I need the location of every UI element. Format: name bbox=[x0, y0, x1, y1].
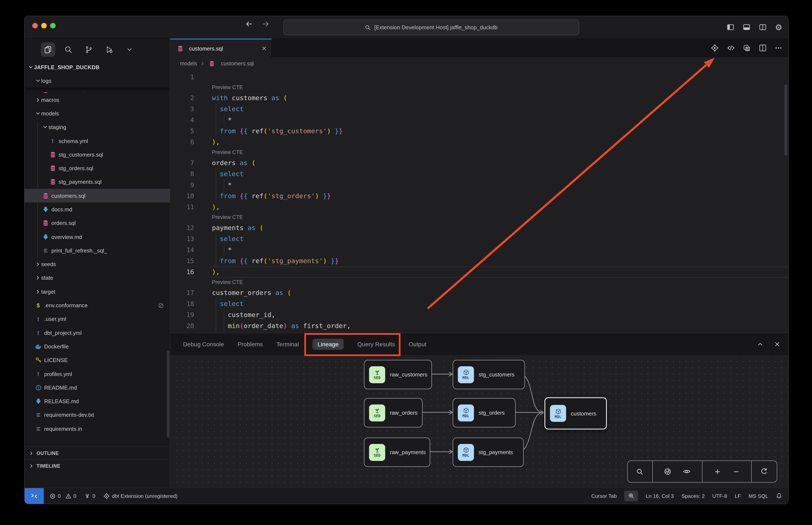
lineage-node-stg-payments[interactable]: MDLstg_payments bbox=[453, 438, 523, 467]
lineage-refresh-icon[interactable] bbox=[761, 468, 768, 475]
tree-item-query-log-sql[interactable]: query_log.sql bbox=[25, 88, 170, 93]
tree-item-stg-payments-sql[interactable]: stg_payments.sql bbox=[25, 175, 170, 189]
panel-tab-lineage[interactable]: Lineage bbox=[312, 339, 344, 350]
zoom-indicator[interactable] bbox=[624, 491, 638, 501]
lineage-search-icon[interactable] bbox=[636, 468, 644, 475]
split-layout-icon[interactable] bbox=[759, 23, 767, 31]
lineage-node-raw-payments[interactable]: SEDraw_payments bbox=[364, 438, 430, 467]
toggle-sidebar-icon[interactable] bbox=[727, 23, 734, 31]
code-line-9[interactable]: 9 * bbox=[170, 180, 788, 191]
code-line-12[interactable]: 12payments as ( bbox=[170, 222, 788, 234]
code-line-2[interactable]: 2with customers as ( bbox=[170, 92, 788, 104]
code-line-6[interactable]: 6), bbox=[170, 137, 788, 148]
tree-item-dbt-project-yml[interactable]: !dbt_project.yml bbox=[25, 326, 170, 340]
codelens-preview-cte[interactable]: Preview CTE bbox=[170, 148, 788, 158]
split-editor-icon[interactable] bbox=[759, 44, 767, 52]
code-line-10[interactable]: 10 from {{ ref('stg_orders') }} bbox=[170, 191, 788, 201]
panel-tab-problems[interactable]: Problems bbox=[238, 341, 263, 348]
code-line-5[interactable]: 5 from {{ ref('stg_customers') }} bbox=[170, 126, 788, 137]
lineage-node-raw-orders[interactable]: SEDraw_orders bbox=[364, 398, 423, 427]
line-col-status[interactable]: Ln 16, Col 3 bbox=[646, 493, 674, 499]
code-line-1[interactable]: 1 bbox=[170, 72, 788, 83]
tree-item-customers-sql[interactable]: customers.sql bbox=[25, 189, 170, 202]
lineage-node-stg-customers[interactable]: MDLstg_customers bbox=[453, 360, 525, 389]
code-line-15[interactable]: 15 from {{ ref('stg_payments') }} bbox=[170, 255, 788, 267]
zoom-window-button[interactable] bbox=[50, 23, 56, 28]
more-actions-icon[interactable] bbox=[774, 44, 782, 52]
tab-customers-sql[interactable]: customers.sql bbox=[170, 39, 272, 57]
code-line-16[interactable]: 16), bbox=[170, 267, 788, 278]
toggle-panel-icon[interactable] bbox=[743, 23, 750, 31]
cursor-tab-status[interactable]: Cursor Tab bbox=[591, 493, 617, 499]
code-line-19[interactable]: 19 customer_id, bbox=[170, 310, 788, 320]
tree-item-stg-orders-sql[interactable]: stg_orders.sql bbox=[25, 162, 170, 175]
code-line-13[interactable]: 13 select bbox=[170, 234, 788, 244]
back-arrow-icon[interactable] bbox=[246, 20, 253, 28]
breadcrumb-folder[interactable]: models bbox=[180, 61, 197, 66]
lineage-node-customers[interactable]: MDLcustomers bbox=[544, 397, 607, 430]
indentation-status[interactable]: Spaces: 2 bbox=[681, 493, 705, 499]
language-mode-status[interactable]: MS SQL bbox=[749, 493, 768, 499]
panel-tab-debug-console[interactable]: Debug Console bbox=[183, 341, 224, 348]
tree-item-state[interactable]: state bbox=[25, 271, 170, 285]
compiled-code-icon[interactable] bbox=[727, 44, 735, 52]
tree-item-target[interactable]: target bbox=[25, 285, 170, 299]
lineage-zoom-in-icon[interactable] bbox=[714, 468, 721, 475]
panel-tab-terminal[interactable]: Terminal bbox=[276, 341, 299, 348]
close-window-button[interactable] bbox=[32, 23, 38, 28]
codelens-preview-cte[interactable]: Preview CTE bbox=[170, 83, 788, 92]
minimize-window-button[interactable] bbox=[41, 23, 47, 28]
encoding-status[interactable]: UTF-8 bbox=[712, 493, 727, 499]
lineage-zoom-out-icon[interactable] bbox=[733, 468, 740, 475]
tree-item-requirements-txt[interactable]: requirements.txt bbox=[25, 436, 170, 438]
code-line-8[interactable]: 8 select bbox=[170, 168, 788, 180]
lineage-node-stg-orders[interactable]: MDLstg_orders bbox=[453, 398, 516, 427]
tree-item-seeds[interactable]: seeds bbox=[25, 257, 170, 271]
remote-indicator[interactable] bbox=[25, 488, 44, 504]
tree-item-overview-md[interactable]: overview.md bbox=[25, 230, 170, 244]
tree-item-docs-md[interactable]: docs.md bbox=[25, 202, 170, 216]
forward-arrow-icon[interactable] bbox=[262, 20, 269, 28]
panel-close-icon[interactable] bbox=[774, 341, 781, 348]
tree-item-models[interactable]: models bbox=[25, 107, 170, 121]
breadcrumb[interactable]: models customers.sql bbox=[170, 57, 788, 70]
problems-status[interactable]: 0 0 bbox=[50, 493, 76, 499]
code-line-14[interactable]: 14 * bbox=[170, 244, 788, 255]
tree-item-license[interactable]: LICENSE bbox=[25, 353, 170, 367]
ports-status[interactable]: 0 bbox=[84, 493, 95, 499]
run-debug-icon[interactable] bbox=[102, 42, 116, 57]
lineage-aperture-icon[interactable] bbox=[664, 468, 671, 475]
settings-gear-icon[interactable]: ⚙ bbox=[775, 23, 782, 31]
code-line-4[interactable]: 4 * bbox=[170, 115, 788, 126]
lineage-node-raw-customers[interactable]: SEDraw_customers bbox=[364, 360, 432, 389]
tree-item-requirements-dev-txt[interactable]: requirements-dev.txt bbox=[25, 408, 170, 422]
code-line-20[interactable]: 20 min(order_date) as first_order, bbox=[170, 320, 788, 331]
project-root-row[interactable]: JAFFLE_SHOP_DUCKDB bbox=[25, 61, 170, 74]
codelens-preview-cte[interactable]: Preview CTE bbox=[170, 278, 788, 287]
codelens-preview-cte[interactable]: Preview CTE bbox=[170, 213, 788, 222]
dbt-extension-status[interactable]: dbt Extension (unregistered) bbox=[103, 493, 178, 499]
tree-item-env-conformance[interactable]: $.env.conformance bbox=[25, 299, 170, 312]
lineage-canvas[interactable]: SEDraw_customersMDLstg_customersSEDraw_o… bbox=[170, 355, 788, 487]
panel-tab-output[interactable]: Output bbox=[409, 341, 426, 348]
tree-item-macros[interactable]: macros bbox=[25, 93, 170, 107]
editor-scrollbar[interactable] bbox=[784, 85, 787, 156]
code-editor[interactable]: 1Preview CTE2with customers as (3 select… bbox=[170, 70, 788, 333]
tree-item-release-md[interactable]: RELEASE.md bbox=[25, 394, 170, 408]
explorer-files-icon[interactable] bbox=[41, 42, 55, 57]
notifications-bell-icon[interactable] bbox=[776, 493, 782, 499]
code-line-7[interactable]: 7orders as ( bbox=[170, 158, 788, 168]
code-line-17[interactable]: 17customer_orders as ( bbox=[170, 287, 788, 298]
panel-maximize-chevron-icon[interactable] bbox=[757, 341, 764, 348]
tree-item-staging[interactable]: staging bbox=[25, 120, 170, 134]
tree-item-schema-yml[interactable]: !schema.yml bbox=[25, 134, 170, 148]
tree-item-orders-sql[interactable]: orders.sql bbox=[25, 216, 170, 230]
views-chevron-down-icon[interactable] bbox=[122, 42, 137, 57]
tree-item-user-yml[interactable]: !.user.yml bbox=[25, 312, 170, 326]
tree-item-logs[interactable]: logs bbox=[25, 74, 170, 88]
breadcrumb-file[interactable]: customers.sql bbox=[221, 61, 254, 66]
sidebar-scrollbar[interactable] bbox=[167, 350, 169, 438]
timeline-section[interactable]: TIMELINE bbox=[25, 459, 170, 472]
source-control-icon[interactable] bbox=[82, 42, 96, 57]
tree-item-stg-customers-sql[interactable]: stg_customers.sql bbox=[25, 148, 170, 162]
